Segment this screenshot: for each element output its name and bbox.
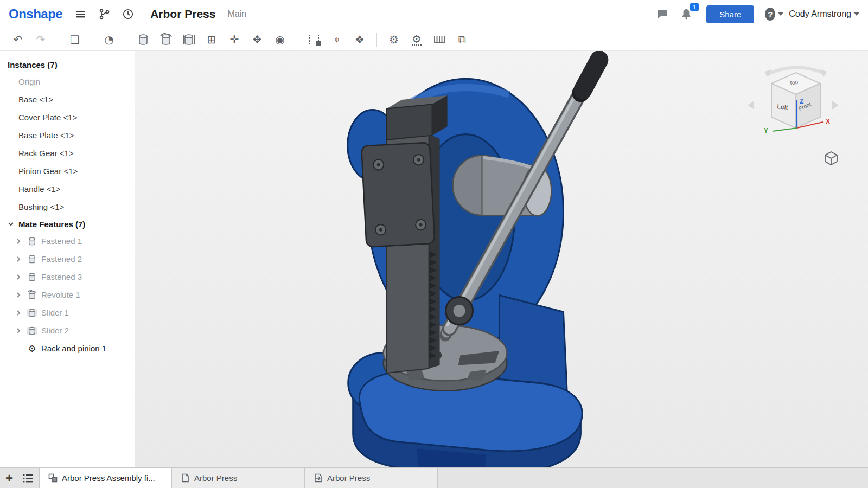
- undo-button[interactable]: ↶: [8, 30, 28, 49]
- history-button[interactable]: [119, 5, 137, 23]
- share-button[interactable]: Share: [706, 5, 754, 23]
- gear-relation-button[interactable]: ⚙: [384, 30, 404, 49]
- ball-mate-icon: ◉: [275, 33, 284, 46]
- slider-mate-icon: [27, 326, 37, 336]
- mate-label: Slider 2: [41, 326, 69, 335]
- instance-handle[interactable]: Handle <1>: [0, 180, 135, 198]
- viewcube-left-label[interactable]: Left: [777, 102, 789, 111]
- chevron-right-icon[interactable]: [14, 273, 23, 281]
- workspace: Instances (7) Origin Base <1> Cover Plat…: [0, 51, 868, 467]
- branch-icon: [98, 8, 110, 20]
- clock-icon: [122, 8, 134, 20]
- slider-mate-icon: [27, 308, 37, 318]
- mate-connector-icon: ⌖: [334, 33, 340, 46]
- rotate-left-arrow-icon[interactable]: [748, 101, 754, 110]
- slider-mate-button[interactable]: [178, 30, 199, 49]
- instance-rack-gear[interactable]: Rack Gear <1>: [0, 144, 135, 162]
- replicate-icon: ⧉: [458, 33, 466, 46]
- isometric-view-button[interactable]: [822, 150, 840, 167]
- tab-list-button[interactable]: [23, 473, 34, 483]
- pin-slot-mate-button[interactable]: ✥: [247, 30, 267, 49]
- user-name: Cody Armstrong: [789, 9, 851, 19]
- chevron-right-icon[interactable]: [14, 309, 23, 317]
- help-icon: ?: [765, 8, 775, 21]
- mate-fastened-2[interactable]: Fastened 2: [0, 250, 135, 268]
- group-button[interactable]: [304, 30, 324, 49]
- chevron-right-icon[interactable]: [14, 326, 23, 335]
- model-bushing[interactable]: [446, 297, 473, 325]
- group-icon: [309, 35, 319, 44]
- versions-button[interactable]: [95, 5, 113, 23]
- tab-part-studio-1[interactable]: Arbor Press: [172, 468, 305, 488]
- mate-fastened-1[interactable]: Fastened 1: [0, 232, 135, 250]
- mate-revolute-1[interactable]: Revolute 1: [0, 286, 135, 304]
- mate-fastened-3[interactable]: Fastened 3: [0, 268, 135, 286]
- mate-features-header-row[interactable]: Mate Features (7): [0, 216, 135, 232]
- section-view-button[interactable]: ◔: [99, 30, 119, 49]
- onshape-logo[interactable]: Onshape: [9, 7, 62, 22]
- planar-mate-icon: ⊞: [207, 33, 216, 46]
- instances-header: Instances (7): [0, 56, 135, 73]
- insert-button[interactable]: ❏: [65, 30, 85, 49]
- model-cover-plate[interactable]: [361, 143, 435, 247]
- add-tab-button[interactable]: +: [5, 472, 13, 485]
- revolute-mate-icon: [159, 33, 173, 46]
- mate-slider-2[interactable]: Slider 2: [0, 322, 135, 339]
- tab-assembly[interactable]: Arbor Press Assembly fi...: [39, 468, 172, 488]
- redo-button[interactable]: ↷: [30, 30, 51, 49]
- rotate-right-arrow-icon[interactable]: [832, 101, 839, 110]
- planar-mate-button[interactable]: ⊞: [201, 30, 222, 49]
- fastened-mate-icon: [27, 236, 37, 246]
- undo-icon: ↶: [14, 33, 23, 46]
- pin-slot-mate-icon: ✥: [253, 33, 262, 46]
- toolbar-separator: [376, 33, 377, 47]
- fastened-mate-button[interactable]: [133, 30, 154, 49]
- model-handle-grip[interactable]: [583, 60, 599, 89]
- document-title: Arbor Press: [150, 8, 215, 21]
- rack-pinion-relation-button[interactable]: ⚙: [406, 30, 427, 49]
- top-bar: Onshape Arbor Press Main 1 Share: [0, 0, 868, 28]
- instance-origin[interactable]: Origin: [0, 73, 135, 91]
- main-menu-button[interactable]: [71, 5, 90, 23]
- replicate-button[interactable]: ⧉: [452, 30, 473, 49]
- instance-cover-plate[interactable]: Cover Plate <1>: [0, 108, 135, 126]
- redo-icon: ↷: [36, 33, 46, 46]
- graphics-viewport[interactable]: Top Left Front Z X Y: [135, 51, 868, 467]
- mate-features-header: Mate Features (7): [18, 220, 85, 229]
- notifications-button[interactable]: 1: [677, 5, 695, 23]
- mate-slider-1[interactable]: Slider 1: [0, 304, 135, 322]
- revolute-mate-button[interactable]: [156, 30, 176, 49]
- insert-icon: ❏: [70, 33, 80, 46]
- caret-down-icon: [778, 12, 783, 16]
- instance-base[interactable]: Base <1>: [0, 91, 135, 108]
- screw-relation-button[interactable]: [429, 30, 450, 49]
- mate-rack-and-pinion-1[interactable]: ⚙ Rack and pinion 1: [0, 339, 135, 357]
- tab-label: Arbor Press: [327, 473, 370, 483]
- view-cube[interactable]: Top Left Front Z X Y: [744, 61, 842, 142]
- caret-down-icon: [854, 12, 859, 16]
- tab-label: Arbor Press: [194, 473, 237, 483]
- cylindrical-mate-button[interactable]: ✛: [224, 30, 245, 49]
- instance-pinion-gear[interactable]: Pinion Gear <1>: [0, 162, 135, 180]
- comments-button[interactable]: [653, 5, 672, 23]
- chevron-right-icon[interactable]: [14, 255, 23, 264]
- rack-teeth-icon: [433, 33, 446, 46]
- help-menu-button[interactable]: ?: [765, 5, 783, 23]
- pie-section-icon: ◔: [104, 33, 113, 46]
- instance-bushing[interactable]: Bushing <1>: [0, 198, 135, 216]
- tab-part-studio-2[interactable]: Arbor Press: [305, 468, 438, 488]
- instance-base-plate[interactable]: Base Plate <1>: [0, 126, 135, 144]
- chevron-right-icon[interactable]: [14, 237, 23, 246]
- exploded-view-button[interactable]: ❖: [349, 30, 370, 49]
- workspace-name[interactable]: Main: [227, 9, 246, 19]
- y-axis: [773, 128, 797, 131]
- chat-bubble-icon: [656, 8, 668, 20]
- mate-label: Revolute 1: [41, 290, 80, 299]
- partstudio-tab-icon: [314, 473, 323, 483]
- toolbar-separator: [92, 33, 92, 47]
- mate-connector-button[interactable]: ⌖: [327, 30, 347, 49]
- chevron-right-icon[interactable]: [14, 291, 23, 299]
- user-menu-button[interactable]: Cody Armstrong: [789, 9, 859, 19]
- chevron-down-icon[interactable]: [7, 220, 15, 228]
- ball-mate-button[interactable]: ◉: [270, 30, 290, 49]
